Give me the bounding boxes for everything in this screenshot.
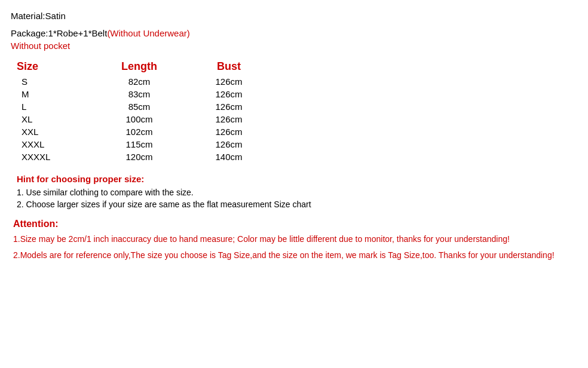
- table-row: XXL 102cm 126cm: [17, 127, 577, 137]
- package-line: Package:1*Robe+1*Belt(Without Underwear): [11, 28, 577, 38]
- row-length: 100cm: [94, 114, 184, 124]
- package-label: Package:: [11, 28, 48, 38]
- table-row: L 85cm 126cm: [17, 102, 577, 112]
- package-note: (Without Underwear): [107, 28, 189, 38]
- row-size: M: [17, 89, 94, 99]
- row-length: 120cm: [94, 152, 184, 162]
- material-line: Material:Satin: [11, 11, 577, 21]
- row-size: XL: [17, 114, 94, 124]
- row-length: 102cm: [94, 127, 184, 137]
- attention-items-container: 1.Size may be 2cm/1 inch inaccuracy due …: [13, 233, 577, 262]
- row-length: 85cm: [94, 102, 184, 112]
- attention-section: Attention: 1.Size may be 2cm/1 inch inac…: [13, 219, 577, 262]
- hint-item: 2. Choose larger sizes if your size are …: [17, 200, 577, 209]
- row-length: 83cm: [94, 89, 184, 99]
- row-bust: 140cm: [184, 152, 274, 162]
- row-bust: 126cm: [184, 76, 274, 87]
- table-row: XXXL 115cm 126cm: [17, 139, 577, 149]
- row-bust: 126cm: [184, 89, 274, 99]
- size-table: Size Length Bust S 82cm 126cm M 83cm 126…: [17, 60, 577, 162]
- row-size: S: [17, 76, 94, 87]
- row-size: XXL: [17, 127, 94, 137]
- size-rows-container: S 82cm 126cm M 83cm 126cm L 85cm 126cm X…: [17, 76, 577, 162]
- without-pocket-text: Without pocket: [11, 41, 577, 51]
- table-row: XXXXL 120cm 140cm: [17, 152, 577, 162]
- hint-title: Hint for choosing proper size:: [17, 174, 577, 184]
- row-size: XXXXL: [17, 152, 94, 162]
- table-row: M 83cm 126cm: [17, 89, 577, 99]
- attention-item: 1.Size may be 2cm/1 inch inaccuracy due …: [13, 233, 577, 246]
- header-size: Size: [17, 60, 94, 73]
- table-row: S 82cm 126cm: [17, 76, 577, 87]
- hint-section: Hint for choosing proper size: 1. Use si…: [17, 174, 577, 209]
- row-bust: 126cm: [184, 127, 274, 137]
- hint-items-container: 1. Use similar clothing to compare with …: [17, 188, 577, 209]
- row-length: 82cm: [94, 76, 184, 87]
- row-length: 115cm: [94, 139, 184, 149]
- row-bust: 126cm: [184, 102, 274, 112]
- attention-title: Attention:: [13, 219, 577, 229]
- header-length: Length: [94, 60, 184, 73]
- header-bust: Bust: [184, 60, 274, 73]
- row-size: XXXL: [17, 139, 94, 149]
- package-value: 1*Robe+1*Belt: [48, 28, 108, 38]
- row-bust: 126cm: [184, 139, 274, 149]
- material-label: Material:: [11, 11, 45, 21]
- table-row: XL 100cm 126cm: [17, 114, 577, 124]
- material-value: Satin: [45, 11, 66, 21]
- row-size: L: [17, 102, 94, 112]
- row-bust: 126cm: [184, 114, 274, 124]
- attention-item: 2.Models are for reference only,The size…: [13, 249, 577, 262]
- size-table-header: Size Length Bust: [17, 60, 577, 73]
- hint-item: 1. Use similar clothing to compare with …: [17, 188, 577, 197]
